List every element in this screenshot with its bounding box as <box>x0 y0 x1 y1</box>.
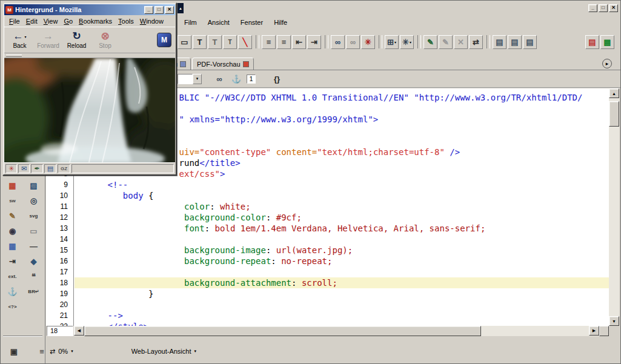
link-button[interactable]: ∞ <box>331 35 345 49</box>
horizontal-scroll-thumb[interactable] <box>84 326 481 336</box>
play-icon[interactable]: ◉ <box>4 226 21 236</box>
menu-window[interactable]: Window <box>137 17 167 25</box>
frames-icon[interactable]: ▦ <box>4 241 21 251</box>
dock-scroll-up-button[interactable]: ▲ <box>178 3 184 13</box>
throbber-icon[interactable]: M <box>157 33 171 47</box>
scroll-down-button[interactable]: ▼ <box>609 316 619 326</box>
line-number: 22 <box>46 321 73 326</box>
document-button[interactable]: ▤ <box>493 35 506 49</box>
scroll-up-button[interactable]: ▲ <box>609 88 619 98</box>
menu-go[interactable]: Go <box>61 17 76 25</box>
window-title: Hintergrund - Mozilla <box>15 6 141 13</box>
minimize-button[interactable]: _ <box>144 6 153 14</box>
menu-edit[interactable]: Edit <box>23 17 41 25</box>
menu-file[interactable]: File <box>6 17 23 25</box>
maximize-button[interactable]: □ <box>599 4 608 12</box>
anchor-button[interactable]: ⚓ <box>230 73 243 85</box>
zoom-control[interactable]: ⇄ 0% ▾ <box>50 348 73 356</box>
tab-marker-icon[interactable]: ⇥ <box>4 256 21 266</box>
forward-button[interactable]: →Forward <box>34 28 62 52</box>
window-layout-icon[interactable]: ▣ <box>5 346 22 357</box>
menu-ansicht[interactable]: Ansicht <box>202 18 235 27</box>
image-icon-pane[interactable]: ▤ <box>44 164 56 173</box>
plugin-icon[interactable]: sw <box>4 196 21 206</box>
horizontal-scrollbar[interactable]: ◀ ▶ <box>74 326 599 336</box>
stop-button[interactable]: ⊗Stop <box>91 28 119 52</box>
document-search-button[interactable]: ▤ <box>523 35 537 49</box>
menu-view[interactable]: View <box>41 17 61 25</box>
line-color-button[interactable]: ╲ <box>238 35 252 49</box>
code-line <box>75 266 609 277</box>
anchor-icon[interactable]: ⚓ <box>4 286 21 297</box>
comment-icon[interactable]: ❝ <box>25 271 42 282</box>
menu-fenster[interactable]: Fenster <box>235 18 268 27</box>
line-tool-icon[interactable]: — <box>25 241 42 251</box>
unlink-button[interactable]: ∞ <box>346 35 360 49</box>
diamond-icon[interactable]: ◆ <box>25 256 42 266</box>
scroll-left-button[interactable]: ◀ <box>74 326 84 336</box>
close-button[interactable]: ✕ <box>165 6 174 14</box>
chart-icon[interactable]: ▨ <box>25 180 42 191</box>
menu-bookmarks[interactable]: Bookmarks <box>76 17 115 25</box>
tab-overflow-button[interactable]: ▸ <box>602 59 612 68</box>
chevron-down-icon: ▾ <box>410 40 411 44</box>
vertical-scrollbar[interactable]: ▲ ▼ <box>609 88 619 326</box>
vertical-scroll-thumb[interactable] <box>609 101 619 127</box>
svg-icon[interactable]: svg <box>25 211 42 221</box>
delete-button[interactable]: ✕ <box>454 35 468 49</box>
edit-pen-gray-button[interactable]: ✎ <box>439 35 453 49</box>
list-menu-icon[interactable]: ≡ <box>33 346 50 357</box>
font-style-button[interactable]: T <box>223 35 237 49</box>
components-icon-pane[interactable]: ✳ <box>5 164 17 173</box>
font-size-button[interactable]: T <box>193 35 207 49</box>
color-document-button[interactable]: ▤ <box>585 35 599 49</box>
grid-menu-button[interactable]: ⊞▾ <box>385 35 399 49</box>
gz-badge-pane[interactable]: GZ <box>58 164 70 173</box>
braces-button[interactable]: {} <box>270 73 284 85</box>
bullet-list-button[interactable]: ≡ <box>277 35 291 49</box>
text-field-icon[interactable]: ext. <box>4 271 21 282</box>
browser-viewport <box>4 58 175 162</box>
pen-icon: ✎ <box>427 38 434 46</box>
numbered-list-button[interactable]: ≡ <box>262 35 276 49</box>
preview-window-button[interactable]: ▩ <box>600 35 614 49</box>
menu-hilfe[interactable]: Hilfe <box>268 18 293 27</box>
scroll-right-button[interactable]: ▶ <box>589 326 599 336</box>
composer-icon-pane[interactable]: ✒ <box>31 164 42 173</box>
pen-tool-icon[interactable]: ✎ <box>4 211 21 221</box>
close-button[interactable]: ✕ <box>609 4 618 12</box>
document-copy-button[interactable]: ▤ <box>508 35 522 49</box>
quick-format-dropdown[interactable]: ▾ <box>178 74 202 84</box>
binoculars-button[interactable]: ∞ <box>213 73 226 85</box>
menu-tools[interactable]: Tools <box>115 17 137 25</box>
view-mode-dropdown[interactable]: Web-Layout-Ansicht ▾ <box>131 348 196 355</box>
reload-button[interactable]: ↻Reload <box>62 28 91 52</box>
back-button[interactable]: ←▾Back <box>5 28 34 52</box>
format-box-button[interactable]: ▭ <box>178 35 191 49</box>
mozilla-statusbar: ✳✉✒▤GZ <box>4 162 175 174</box>
php-icon[interactable]: <?> <box>4 302 21 312</box>
mail-icon-pane[interactable]: ✉ <box>18 164 30 173</box>
code-line: color: white; <box>75 201 609 212</box>
pane-splitter-button[interactable] <box>599 326 609 336</box>
counter-box[interactable]: 1 <box>247 74 256 84</box>
swap-button[interactable]: ⇄ <box>469 35 483 49</box>
linebreak-icon[interactable]: BR↵ <box>25 286 42 297</box>
indent-button[interactable]: ⇥ <box>307 35 321 49</box>
menu-film[interactable]: Film <box>179 18 202 27</box>
eraser-icon[interactable]: ▭ <box>25 226 42 236</box>
line-number: 11 <box>46 201 73 212</box>
outdent-button[interactable]: ⇤ <box>292 35 306 49</box>
tab-pdf-vorschau[interactable]: PDF-Vorschau <box>192 58 254 70</box>
teletype-button[interactable]: T <box>208 35 222 49</box>
star-menu-button[interactable]: ✳▾ <box>400 35 414 49</box>
action-star-button[interactable]: ✳ <box>361 35 375 49</box>
zoom-tool-icon[interactable]: ◎ <box>25 196 42 206</box>
mozilla-titlebar[interactable]: M Hintergrund - Mozilla _□✕ <box>4 4 175 15</box>
personal-toolbar-collapsed[interactable] <box>4 53 175 58</box>
toolbar-grippy[interactable] <box>6 55 22 57</box>
maximize-button[interactable]: □ <box>154 6 164 14</box>
edit-pen-button[interactable]: ✎ <box>423 35 437 49</box>
layout-grid-icon[interactable]: ▦ <box>4 180 21 191</box>
minimize-button[interactable]: _ <box>588 4 597 12</box>
